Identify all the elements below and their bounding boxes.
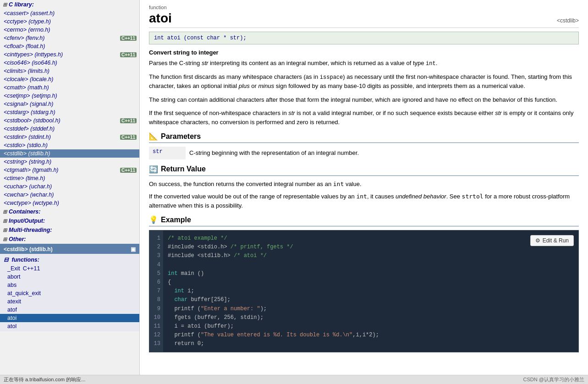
panel-close-icon[interactable]: ▣ [131, 246, 136, 252]
sidebar-item[interactable]: <cmath> (math.h) [0, 83, 139, 92]
int-type2: int [174, 288, 184, 294]
sidebar-item[interactable]: <cstddef> (stddef.h) [0, 125, 139, 133]
bottom-panel-item-label: _Exit [7, 265, 20, 272]
cpp-badge: C++11 [120, 52, 137, 57]
example-section-header: 💡 Example [149, 215, 579, 226]
minus-italic: minus [258, 82, 275, 89]
sidebar-containers-header[interactable]: ⊞ Containers: [0, 207, 139, 216]
bottom-panel-item[interactable]: _ExitC++11 [0, 264, 139, 273]
expand-icon-functions: ⊟ [4, 257, 8, 263]
sidebar-item[interactable]: <clocale> (locale.h) [0, 75, 139, 83]
desc-bold: Convert string to integer [149, 49, 579, 56]
bottom-panel-item[interactable]: at_quick_exit [0, 289, 139, 297]
int-code1: int [426, 60, 436, 67]
sidebar-item[interactable]: <csetjmp> (setjmp.h) [0, 92, 139, 100]
sidebar-item[interactable]: <cerrno> (errno.h) [0, 26, 139, 34]
status-text: 正在等待 a.tribalfusion.com 的响应... [4, 376, 86, 383]
sidebar-threading-header[interactable]: ⊞ Multi-threading: [0, 225, 139, 235]
sidebar-item[interactable]: <cstdarg> (stdarg.h) [0, 108, 139, 116]
sidebar-item[interactable]: <cstdint> (stdint.h)C++11 [0, 133, 139, 141]
sidebar-item[interactable]: <ciso646> (iso646.h) [0, 59, 139, 67]
sidebar-item[interactable]: <ctgmath> (tgmath.h)C++11 [0, 166, 139, 174]
sidebar-item[interactable]: <cassert> (assert.h) [0, 9, 139, 17]
code-printf2: printf ("The value entered is %d. Its do… [168, 332, 379, 338]
io-label: Input/Output: [9, 218, 45, 224]
sidebar-item-label: <ciso646> (iso646.h) [4, 60, 57, 66]
bottom-panel-item[interactable]: atexit [0, 297, 139, 306]
sidebar-item[interactable]: <cinttypes> (inttypes.h)C++11 [0, 50, 139, 59]
sidebar-item-label: <cstddef> (stddef.h) [4, 126, 55, 132]
sidebar-item-label: <ctgmath> (tgmath.h) [4, 167, 59, 173]
sidebar-item-label: <ctime> (time.h) [4, 175, 45, 181]
gear-icon: ⚙ [535, 237, 540, 244]
sidebar-item-label: <cstdlib> (stdlib.h) [4, 150, 50, 157]
sidebar-item[interactable]: <cstring> (string.h) [0, 158, 139, 166]
sidebar-item[interactable]: <cstdlib> (stdlib.h) [0, 149, 139, 158]
return-icon: 🔄 [149, 165, 158, 174]
func-title-text: atoi [149, 11, 172, 26]
code-comment3: /* atoi */ [234, 252, 267, 259]
sidebar-item[interactable]: <cfloat> (float.h) [0, 42, 139, 50]
sidebar-item-label: <cwctype> (wctype.h) [4, 200, 59, 206]
bottom-panel-item[interactable]: abs [0, 281, 139, 289]
expand-icon-other: ⊞ [3, 236, 7, 242]
sidebar-clibrary-header[interactable]: ⊞ C library: [0, 0, 139, 9]
sidebar-item-label: <cuchar> (uchar.h) [4, 183, 52, 190]
desc-para3: The string can contain additional charac… [149, 95, 579, 104]
desc-para1: Parses the C-string str interpreting its… [149, 59, 579, 68]
bottom-panel-item-label: atof [7, 307, 17, 313]
bottom-panel-item[interactable]: atol [0, 322, 139, 330]
sidebar-item-label: <cassert> (assert.h) [4, 10, 55, 16]
sidebar-other-header[interactable]: ⊞ Other: [0, 235, 139, 244]
sidebar-item-label: <csetjmp> (setjmp.h) [4, 93, 57, 99]
sidebar-item[interactable]: <cuchar> (uchar.h) [0, 182, 139, 191]
sidebar-item[interactable]: <csignal> (signal.h) [0, 100, 139, 108]
sidebar-item[interactable]: <cwchar> (wchar.h) [0, 191, 139, 199]
bottom-panel-item[interactable]: atof [0, 306, 139, 314]
bottom-panel-item-label: atoi [7, 315, 16, 321]
status-bar: 正在等待 a.tribalfusion.com 的响应... CSDN @认真学… [0, 375, 588, 384]
params-icon: 📐 [149, 132, 158, 141]
bottom-panel-item-label: abort [7, 274, 21, 280]
sidebar-item-label: <cstdio> (stdio.h) [4, 142, 48, 148]
params-title: Parameters [161, 132, 201, 141]
example-title: Example [161, 216, 191, 224]
expand-icon: ⊞ [3, 2, 7, 8]
param-name-cell: str [149, 147, 186, 159]
int-type: int [168, 270, 178, 277]
bottom-panel-item-label: atexit [7, 298, 21, 305]
strtol-code: strtol [462, 193, 484, 200]
sidebar-item[interactable]: <cctype> (ctype.h) [0, 17, 139, 26]
sidebar-item-label: <cstdbool> (stdbool.h) [4, 117, 60, 124]
bottom-panel-item[interactable]: abort [0, 273, 139, 281]
params-section-header: 📐 Parameters [149, 132, 579, 143]
sidebar-item-label: <cctype> (ctype.h) [4, 18, 51, 25]
bottom-panel-item-label: abs [7, 282, 16, 288]
isspace-code: isspace [320, 74, 343, 81]
functions-section-header[interactable]: ⊟ functions: [0, 255, 139, 264]
edit-run-button[interactable]: ⚙ Edit & Run [530, 235, 574, 246]
params-table: str C-string beginning with the represen… [149, 147, 579, 159]
return-title: Return Value [161, 165, 206, 173]
sidebar-item[interactable]: <ctime> (time.h) [0, 174, 139, 182]
code-lines-container: 12345678910111213 /* atoi example */ #in… [149, 230, 578, 352]
sidebar-item[interactable]: <cstdbool> (stdbool.h)C++11 [0, 116, 139, 125]
expand-icon-containers: ⊞ [3, 209, 7, 215]
bottom-panel: <cstdlib> (stdlib.h) ▣ ⊟ functions: _Exi… [0, 244, 139, 331]
code-char-buf: char buffer[256]; [168, 296, 231, 303]
sidebar-item[interactable]: <cfenv> (fenv.h)C++11 [0, 34, 139, 42]
bottom-panel-title: <cstdlib> (stdlib.h) [4, 246, 53, 252]
desc-para4: If the first sequence of non-whitespace … [149, 109, 579, 126]
sidebar-item[interactable]: <cwctype> (wctype.h) [0, 199, 139, 207]
example-code-box: 12345678910111213 /* atoi example */ #in… [149, 230, 579, 352]
bottom-panel-item[interactable]: atoi [0, 314, 139, 322]
code-brace-open: { [168, 279, 171, 285]
sidebar-item-label: <climits> (limits.h) [4, 68, 49, 74]
watermark-text: CSDN @认真学习的小雅兰 [523, 376, 584, 383]
sidebar-item-label: <cfenv> (fenv.h) [4, 35, 44, 41]
sidebar-io-header[interactable]: ⊞ Input/Output: [0, 216, 139, 225]
sidebar-item[interactable]: <climits> (limits.h) [0, 67, 139, 75]
str-italic3: str [495, 110, 501, 116]
sidebar-item[interactable]: <cstdio> (stdio.h) [0, 141, 139, 149]
code-printf1: printf ("Enter a number: "); [168, 306, 267, 312]
